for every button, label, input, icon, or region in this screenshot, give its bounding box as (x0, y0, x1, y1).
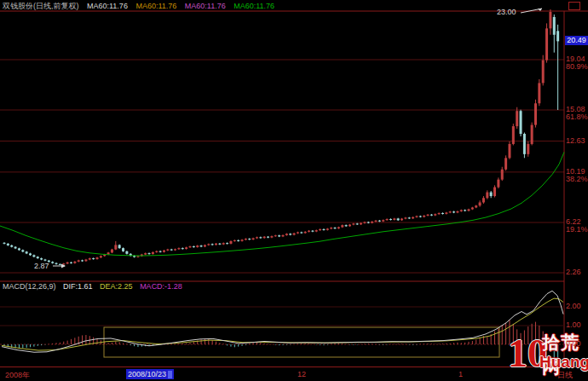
candle-body (241, 240, 244, 240)
macd-param-label: MACD(12,26,9) (3, 282, 56, 291)
candle-body (542, 61, 545, 84)
candle-body (556, 31, 559, 41)
macd-axis-label: 2.00 (566, 303, 581, 310)
candle-body (270, 236, 273, 237)
candle-body (62, 263, 65, 264)
candle-body (538, 83, 540, 103)
candle-body (125, 251, 128, 254)
candle-body (523, 134, 526, 154)
candle-body (508, 144, 510, 158)
candle-body (520, 111, 522, 134)
candle-body (89, 258, 91, 259)
candle-body (118, 245, 121, 248)
candle-body (438, 213, 441, 214)
candle-body (163, 251, 165, 252)
candle-body (177, 248, 180, 249)
candle-body (148, 253, 151, 254)
candle-body (352, 223, 355, 224)
candle-body (334, 228, 337, 228)
candle-body (319, 229, 321, 230)
candle-body (207, 244, 210, 245)
candle-body (136, 256, 139, 257)
candle-body (337, 228, 340, 228)
candle-body (114, 245, 117, 249)
candle-body (222, 243, 225, 244)
cursor-date-box: 2008/10/23 (126, 369, 174, 379)
candle-body (204, 245, 206, 247)
candle-body (73, 262, 76, 263)
candle-body (326, 228, 329, 229)
candle-body (330, 228, 332, 228)
candle-body (512, 126, 515, 144)
annotation-low-price: 2.87 (34, 262, 49, 270)
candle-body (144, 253, 147, 254)
candle-body (256, 237, 258, 238)
candle-body (193, 246, 195, 247)
candle-body (100, 256, 102, 257)
bottom-time-axis[interactable]: 2008年 2008/10/23 12 1 日线 (0, 367, 588, 381)
price-axis-percent: 80.9% (566, 63, 588, 71)
candle-body (297, 232, 299, 233)
month-label-dec: 12 (297, 370, 306, 378)
candle-body (401, 219, 403, 221)
candle-body (553, 17, 556, 35)
candle-body (229, 241, 232, 244)
candle-body (382, 220, 384, 221)
chart-canvas[interactable] (0, 0, 588, 381)
candle-body (393, 218, 395, 219)
candle-body (84, 260, 87, 262)
candle-body (464, 210, 466, 211)
month-label-jan: 1 (458, 370, 463, 378)
chart-app-window: 双钱股份(日线,前复权) MA60:11.76 MA60:11.76 MA60:… (0, 0, 588, 381)
candle-body (427, 215, 429, 216)
year-label: 2008年 (5, 370, 30, 381)
price-axis-percent: 19.1% (566, 226, 588, 234)
corner-marker (568, 2, 580, 10)
dea-value: DEA:2.25 (100, 282, 133, 291)
last-price-box: 20.49 (565, 36, 588, 45)
candle-body (349, 225, 351, 227)
macd-axis-label: 0.00 (566, 340, 581, 348)
candle-body (263, 237, 266, 238)
candle-body (196, 245, 199, 247)
candle-body (189, 246, 192, 247)
candle-body (408, 217, 411, 218)
candle-body (475, 205, 477, 207)
stock-title: 双钱股份(日线,前复权) (3, 2, 79, 10)
candle-body (397, 218, 400, 220)
candle-body (40, 258, 43, 259)
ma-label-3: MA60:11.76 (185, 2, 226, 10)
annotation-peak-price: 23.00 (497, 8, 516, 16)
candle-body (356, 223, 359, 224)
ma-label-2: MA60:11.76 (135, 2, 176, 10)
candle-body (248, 239, 251, 240)
candle-body (59, 264, 61, 265)
macd-header: MACD(12,26,9) DIF:1.61 DEA:2.25 MACD:-1.… (3, 282, 187, 292)
candle-body (371, 222, 373, 222)
candle-body (7, 244, 9, 245)
candle-body (527, 144, 529, 154)
candle-body (96, 257, 99, 259)
candle-body (78, 260, 80, 261)
candle-body (200, 245, 203, 246)
candle-body (490, 193, 493, 196)
candle-body (456, 211, 458, 212)
candle-body (70, 263, 72, 263)
candle-body (259, 237, 262, 238)
candle-body (10, 245, 13, 247)
candle-body (285, 234, 288, 235)
candle-body (423, 216, 425, 216)
candle-body (92, 258, 95, 259)
candle-body (378, 221, 381, 222)
candle-body (37, 257, 39, 258)
candle-body (471, 207, 474, 209)
candle-body (516, 111, 518, 126)
candle-body (293, 234, 296, 235)
candle-body (237, 240, 239, 241)
candle-body (14, 247, 17, 249)
date-cursor-block (168, 371, 172, 378)
candle-body (18, 248, 20, 250)
candle-body (486, 193, 488, 199)
candle-body (412, 217, 414, 218)
candle-body (367, 222, 370, 223)
